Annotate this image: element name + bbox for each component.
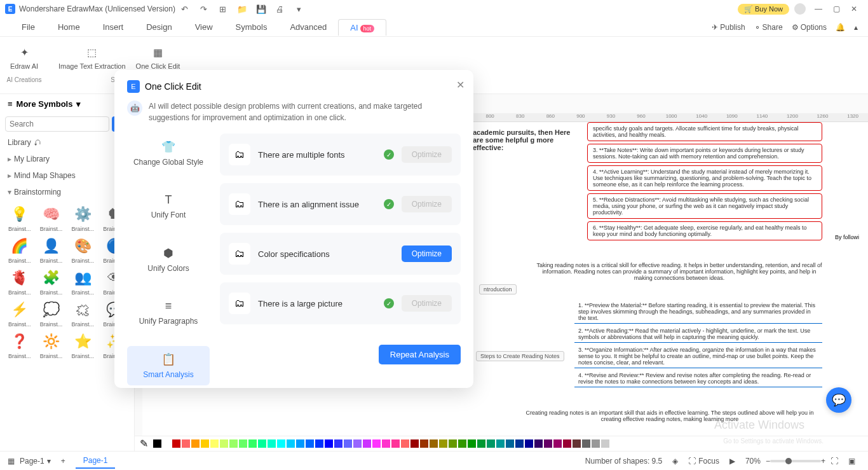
- color-swatch[interactable]: [506, 439, 514, 448]
- shape-item[interactable]: 💭Brainst...: [37, 298, 66, 328]
- shape-item[interactable]: 🧠Brainst...: [37, 203, 66, 232]
- tab-global-style[interactable]: 👕Change Global Style: [127, 134, 210, 173]
- tab-unify-font[interactable]: TUnify Font: [127, 187, 210, 226]
- mindmap-node[interactable]: academic pursuits, then Here are some he…: [473, 128, 574, 151]
- page-dropdown[interactable]: Page-1 ▾: [20, 457, 51, 466]
- mindmap-node[interactable]: 4. **Active Learning**: Understand the s…: [587, 165, 822, 191]
- options-button[interactable]: ⚙Options: [792, 23, 827, 32]
- edraw-ai-button[interactable]: ✦ Edraw AI: [5, 42, 43, 73]
- color-swatch[interactable]: [382, 439, 390, 448]
- layers-icon[interactable]: ◈: [672, 457, 678, 466]
- share-button[interactable]: ⚬Share: [754, 23, 783, 32]
- shape-item[interactable]: 🧩Brainst...: [37, 266, 66, 296]
- menu-insert[interactable]: Insert: [92, 19, 135, 35]
- color-swatch[interactable]: [306, 439, 314, 448]
- color-swatch[interactable]: [372, 439, 381, 448]
- shape-item[interactable]: 💡Brainst...: [5, 203, 34, 232]
- optimize-button[interactable]: Optimize: [402, 146, 452, 163]
- shape-item[interactable]: ⚡Brainst...: [5, 298, 34, 328]
- color-swatch[interactable]: [563, 439, 571, 448]
- zoom-in-button[interactable]: +: [821, 457, 825, 466]
- undo-icon[interactable]: ↶: [179, 3, 191, 15]
- library-toggle[interactable]: Library ⮏: [8, 138, 41, 147]
- color-swatch[interactable]: [477, 439, 485, 448]
- buy-now-button[interactable]: 🛒 Buy Now: [738, 4, 789, 15]
- menu-advanced[interactable]: Advanced: [278, 19, 338, 35]
- color-swatch[interactable]: [277, 439, 285, 448]
- menu-view[interactable]: View: [184, 19, 224, 35]
- ai-chat-fab[interactable]: 💬: [826, 387, 851, 413]
- notification-icon[interactable]: 🔔: [836, 23, 845, 32]
- color-swatch[interactable]: [287, 439, 295, 448]
- color-swatch[interactable]: [449, 439, 457, 448]
- mindmap-node[interactable]: 4. **Revise and Review:** Review and rev…: [574, 370, 822, 387]
- color-swatch[interactable]: [229, 439, 238, 448]
- mindmap-node[interactable]: 3. **Organize Information:** After activ…: [574, 345, 822, 368]
- color-swatch[interactable]: [344, 439, 352, 448]
- color-swatch[interactable]: [172, 439, 180, 448]
- mindmap-node[interactable]: By followi: [835, 234, 859, 240]
- shape-item[interactable]: 🎨Brainst...: [69, 235, 98, 264]
- color-swatch[interactable]: [325, 439, 333, 448]
- redo-icon[interactable]: ↷: [198, 3, 210, 15]
- print-icon[interactable]: 🖨: [275, 3, 286, 15]
- color-swatch[interactable]: [515, 439, 524, 448]
- mindmap-node[interactable]: Steps to Create Reading Notes: [476, 351, 564, 361]
- color-swatch[interactable]: [334, 439, 342, 448]
- zoom-slider[interactable]: [770, 460, 821, 462]
- play-icon[interactable]: ▶: [729, 457, 735, 466]
- tab-unify-paragraphs[interactable]: ≡Unify Paragraphs: [127, 293, 210, 332]
- shape-item[interactable]: ⭐Brainst...: [69, 330, 98, 359]
- page-tab[interactable]: Page-1: [76, 453, 116, 469]
- search-input[interactable]: [5, 116, 109, 132]
- color-swatch[interactable]: [525, 439, 533, 448]
- color-swatch[interactable]: [573, 439, 581, 448]
- shape-item[interactable]: 🌈Brainst...: [5, 235, 34, 264]
- color-swatch[interactable]: [410, 439, 419, 448]
- open-icon[interactable]: 📁: [236, 3, 248, 15]
- color-swatch[interactable]: [353, 439, 362, 448]
- tab-smart-analysis[interactable]: 📋Smart Analysis: [127, 346, 210, 385]
- optimize-button[interactable]: Optimize: [402, 245, 452, 262]
- color-swatch[interactable]: [201, 439, 209, 448]
- maximize-button[interactable]: ▢: [827, 3, 845, 15]
- menu-ai[interactable]: AIhot: [338, 19, 386, 36]
- publish-button[interactable]: ✈Publish: [712, 23, 745, 32]
- color-swatch[interactable]: [391, 439, 400, 448]
- focus-button[interactable]: ⛶ Focus: [688, 457, 719, 466]
- mindmap-node[interactable]: 6. **Stay Healthy**: Get adequate sleep,…: [587, 221, 822, 240]
- mindmap-node[interactable]: 3. **Take Notes**: Write down important …: [587, 144, 822, 163]
- color-swatch[interactable]: [239, 439, 247, 448]
- color-swatch[interactable]: [153, 439, 161, 448]
- repeat-analysis-button[interactable]: Repeat Analysis: [379, 345, 461, 364]
- color-swatch[interactable]: [468, 439, 476, 448]
- color-swatch[interactable]: [534, 439, 543, 448]
- color-swatch[interactable]: [458, 439, 466, 448]
- shape-item[interactable]: 👤Brainst...: [37, 235, 66, 264]
- color-swatch[interactable]: [296, 439, 304, 448]
- new-icon[interactable]: ⊞: [217, 3, 229, 15]
- mindmap-node[interactable]: 1. **Preview the Material:** Before star…: [574, 300, 822, 324]
- shape-item[interactable]: 🗯Brainst...: [69, 298, 98, 328]
- mindmap-node[interactable]: specific study goals and targets. Alloca…: [587, 122, 822, 141]
- menu-symbols[interactable]: Symbols: [224, 19, 279, 35]
- collapse-ribbon-icon[interactable]: ▴: [854, 23, 858, 32]
- color-swatch[interactable]: [363, 439, 371, 448]
- page-layout-icon[interactable]: ▦: [8, 457, 15, 466]
- tab-unify-colors[interactable]: ⬢Unify Colors: [127, 240, 210, 279]
- menu-file[interactable]: File: [10, 19, 46, 35]
- color-swatch[interactable]: [220, 439, 228, 448]
- shape-item[interactable]: 👥Brainst...: [69, 266, 98, 296]
- optimize-button[interactable]: Optimize: [402, 196, 452, 212]
- color-swatch[interactable]: [401, 439, 409, 448]
- one-click-edit-button[interactable]: ▦ One Click Edit: [131, 42, 186, 73]
- optimize-button[interactable]: Optimize: [402, 295, 452, 312]
- fullscreen-icon[interactable]: ▣: [848, 457, 855, 466]
- shape-item[interactable]: ⚙️Brainst...: [69, 203, 98, 232]
- color-swatch[interactable]: [439, 439, 447, 448]
- color-swatch[interactable]: [163, 439, 171, 448]
- menu-design[interactable]: Design: [135, 19, 183, 35]
- color-swatch[interactable]: [430, 439, 438, 448]
- color-swatch[interactable]: [210, 439, 219, 448]
- color-swatch[interactable]: [258, 439, 266, 448]
